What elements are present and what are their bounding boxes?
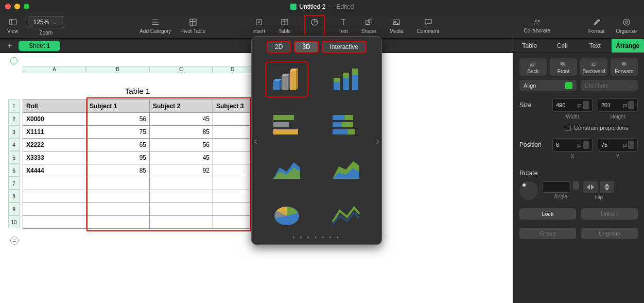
width-input[interactable]: 490pt bbox=[552, 98, 593, 112]
popover-prev[interactable]: ‹ bbox=[254, 134, 257, 146]
media-button[interactable]: Media bbox=[390, 18, 404, 34]
formula-button[interactable]: = bbox=[10, 237, 19, 245]
table-select-handle[interactable] bbox=[10, 57, 18, 64]
table-title[interactable]: Table 1 bbox=[23, 87, 252, 95]
row-header: 6 bbox=[8, 164, 20, 177]
svg-rect-39 bbox=[273, 122, 289, 127]
y-stepper[interactable] bbox=[628, 141, 634, 149]
svg-rect-37 bbox=[352, 69, 358, 75]
ungroup-button[interactable]: Ungroup bbox=[581, 228, 638, 239]
row-header: 7 bbox=[8, 177, 20, 190]
add-sheet-button[interactable]: + bbox=[4, 41, 15, 50]
sheet-tab-1[interactable]: Sheet 1 bbox=[19, 41, 60, 51]
svg-rect-26 bbox=[282, 76, 288, 90]
svg-rect-29 bbox=[290, 71, 296, 90]
flip-vertical-button[interactable] bbox=[600, 181, 614, 193]
close-window[interactable] bbox=[5, 4, 11, 9]
collaborate-button[interactable]: Collaborate bbox=[524, 18, 550, 33]
chart-type-line-3d[interactable] bbox=[324, 197, 368, 233]
bring-forward-button[interactable]: Forward bbox=[611, 58, 638, 76]
constrain-checkbox[interactable] bbox=[565, 125, 571, 131]
column-headers[interactable]: A B C D bbox=[23, 66, 252, 73]
svg-marker-28 bbox=[288, 74, 290, 90]
pivot-button[interactable]: Pivot Table bbox=[180, 18, 205, 34]
distribute-select[interactable]: Distribute⌵ bbox=[581, 80, 638, 91]
chart-picker-popover: 2D 3D Interactive ‹ › • • • • • • • bbox=[251, 36, 382, 245]
popover-next[interactable]: › bbox=[376, 134, 379, 146]
chart-tab-3d[interactable]: 3D bbox=[294, 41, 318, 53]
chart-type-area-3d[interactable] bbox=[265, 152, 308, 188]
row-header: 2 bbox=[8, 112, 20, 125]
svg-rect-36 bbox=[352, 75, 358, 90]
lock-button[interactable]: Lock bbox=[519, 208, 576, 220]
x-input[interactable]: 6pt bbox=[552, 138, 593, 152]
send-back-button[interactable]: Back bbox=[519, 58, 547, 76]
chart-type-area-stacked-3d[interactable] bbox=[324, 152, 368, 188]
inspector-tab-table[interactable]: Table bbox=[513, 39, 546, 53]
svg-rect-32 bbox=[334, 82, 340, 90]
chart-type-bar-3d[interactable] bbox=[265, 61, 308, 97]
organize-button[interactable]: Organize bbox=[616, 18, 637, 34]
svg-rect-43 bbox=[333, 122, 342, 127]
add-category-button[interactable]: Add Category bbox=[140, 18, 171, 34]
position-label: Position bbox=[519, 141, 542, 148]
chart-type-hbar-3d[interactable] bbox=[265, 107, 308, 143]
chart-type-hbar-stacked-3d[interactable] bbox=[324, 107, 368, 143]
svg-rect-59 bbox=[622, 62, 625, 65]
flip-horizontal-button[interactable] bbox=[583, 181, 598, 193]
inspector-tab-cell[interactable]: Cell bbox=[546, 39, 579, 53]
inspector-tab-text[interactable]: Text bbox=[579, 39, 612, 53]
svg-rect-40 bbox=[273, 129, 298, 134]
angle-stepper[interactable] bbox=[573, 181, 579, 190]
svg-point-22 bbox=[625, 21, 628, 23]
toolbar: View 125%⌵ Zoom Add Category Pivot Table… bbox=[0, 13, 644, 39]
angle-input[interactable] bbox=[542, 181, 571, 193]
popover-page-dots[interactable]: • • • • • • • bbox=[252, 234, 381, 240]
text-button[interactable]: Text bbox=[338, 18, 347, 34]
document-title[interactable]: Untitled 2 — Edited bbox=[290, 3, 354, 10]
y-input[interactable]: 75pt bbox=[598, 138, 638, 152]
row-header: 9 bbox=[8, 203, 20, 215]
row-headers[interactable]: 1 2 3 4 5 6 7 8 9 10 bbox=[8, 99, 20, 228]
svg-rect-35 bbox=[343, 73, 349, 78]
fullscreen-window[interactable] bbox=[24, 4, 29, 9]
insert-button[interactable]: Insert bbox=[252, 18, 265, 34]
align-select[interactable]: Align bbox=[519, 80, 577, 91]
height-input[interactable]: 201pt bbox=[598, 98, 638, 112]
zoom-select[interactable]: 125%⌵ bbox=[28, 16, 65, 28]
row-header: 8 bbox=[8, 190, 20, 203]
table-button[interactable]: Table bbox=[279, 18, 291, 34]
rotate-dial[interactable] bbox=[519, 181, 538, 200]
row-header: 3 bbox=[8, 125, 20, 138]
width-stepper[interactable] bbox=[583, 101, 589, 109]
comment-button[interactable]: Comment bbox=[417, 18, 439, 34]
svg-marker-63 bbox=[604, 188, 610, 191]
group-button[interactable]: Group bbox=[519, 228, 576, 239]
chart-type-pie-3d[interactable] bbox=[265, 197, 308, 233]
shape-button[interactable]: Shape bbox=[361, 18, 376, 34]
view-button[interactable]: View bbox=[7, 18, 19, 34]
chart-tab-interactive[interactable]: Interactive bbox=[322, 41, 367, 53]
window-controls bbox=[5, 4, 29, 9]
chart-button[interactable]: Chart bbox=[304, 15, 325, 37]
svg-marker-61 bbox=[591, 184, 594, 190]
data-table[interactable]: RollSubject 1Subject 2Subject 3 X0000564… bbox=[23, 99, 253, 229]
svg-marker-31 bbox=[296, 69, 298, 90]
height-stepper[interactable] bbox=[628, 101, 634, 109]
send-backward-button[interactable]: Backward bbox=[580, 58, 607, 76]
unlock-button[interactable]: Unlock bbox=[581, 208, 638, 220]
svg-rect-23 bbox=[273, 81, 280, 90]
format-button[interactable]: Format bbox=[588, 18, 605, 34]
inspector-tab-arrange[interactable]: Arrange bbox=[612, 39, 645, 53]
chart-type-bar-stacked-3d[interactable] bbox=[324, 61, 368, 97]
svg-rect-33 bbox=[334, 78, 340, 82]
svg-marker-60 bbox=[587, 184, 590, 190]
bring-front-button[interactable]: Front bbox=[550, 58, 577, 76]
rotate-label: Rotate bbox=[519, 170, 537, 177]
titlebar: Untitled 2 — Edited bbox=[0, 0, 644, 13]
minimize-window[interactable] bbox=[14, 4, 20, 9]
zoom-group: 125%⌵ Zoom bbox=[28, 16, 65, 36]
chart-tab-2d[interactable]: 2D bbox=[267, 41, 291, 53]
svg-point-20 bbox=[538, 20, 540, 22]
x-stepper[interactable] bbox=[583, 141, 589, 149]
